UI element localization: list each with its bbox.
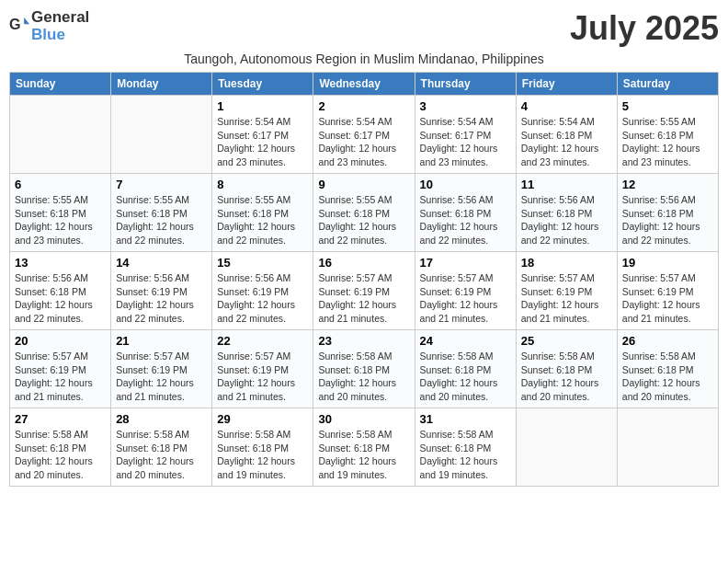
day-number: 17 [420, 256, 511, 270]
day-info: Sunrise: 5:55 AM Sunset: 6:18 PM Dayligh… [622, 115, 713, 169]
day-info: Sunrise: 5:57 AM Sunset: 6:19 PM Dayligh… [318, 271, 409, 326]
calendar-cell: 14Sunrise: 5:56 AM Sunset: 6:19 PM Dayli… [111, 252, 212, 330]
column-header-monday: Monday [111, 73, 212, 96]
day-number: 23 [318, 334, 409, 348]
calendar-cell: 31Sunrise: 5:58 AM Sunset: 6:18 PM Dayli… [415, 408, 516, 487]
calendar-cell: 25Sunrise: 5:58 AM Sunset: 6:18 PM Dayli… [516, 330, 617, 408]
day-info: Sunrise: 5:54 AM Sunset: 6:17 PM Dayligh… [217, 115, 308, 169]
calendar-cell: 7Sunrise: 5:55 AM Sunset: 6:18 PM Daylig… [111, 174, 212, 252]
day-number: 6 [15, 178, 106, 191]
calendar-cell: 4Sunrise: 5:54 AM Sunset: 6:18 PM Daylig… [516, 96, 617, 174]
day-number: 14 [116, 256, 207, 270]
calendar-cell: 6Sunrise: 5:55 AM Sunset: 6:18 PM Daylig… [10, 174, 111, 252]
calendar-cell: 1Sunrise: 5:54 AM Sunset: 6:17 PM Daylig… [212, 96, 313, 174]
day-info: Sunrise: 5:56 AM Sunset: 6:18 PM Dayligh… [15, 271, 106, 326]
day-info: Sunrise: 5:55 AM Sunset: 6:18 PM Dayligh… [217, 193, 308, 247]
week-row-5: 27Sunrise: 5:58 AM Sunset: 6:18 PM Dayli… [10, 408, 719, 487]
calendar-cell: 5Sunrise: 5:55 AM Sunset: 6:18 PM Daylig… [617, 96, 718, 174]
calendar-subtitle: Taungoh, Autonomous Region in Muslim Min… [9, 52, 719, 66]
month-title: July 2025 [570, 9, 719, 48]
days-header-row: SundayMondayTuesdayWednesdayThursdayFrid… [10, 73, 719, 96]
day-info: Sunrise: 5:58 AM Sunset: 6:18 PM Dayligh… [318, 428, 409, 482]
column-header-thursday: Thursday [415, 73, 516, 96]
logo: G General Blue [9, 9, 89, 43]
day-info: Sunrise: 5:58 AM Sunset: 6:18 PM Dayligh… [116, 428, 207, 482]
day-number: 9 [318, 178, 409, 191]
day-info: Sunrise: 5:54 AM Sunset: 6:17 PM Dayligh… [420, 115, 511, 169]
calendar-cell: 3Sunrise: 5:54 AM Sunset: 6:17 PM Daylig… [415, 96, 516, 174]
day-number: 31 [420, 412, 511, 426]
week-row-2: 6Sunrise: 5:55 AM Sunset: 6:18 PM Daylig… [10, 174, 719, 252]
day-info: Sunrise: 5:58 AM Sunset: 6:18 PM Dayligh… [420, 350, 511, 404]
day-number: 24 [420, 334, 511, 348]
day-info: Sunrise: 5:58 AM Sunset: 6:18 PM Dayligh… [217, 428, 308, 482]
day-number: 5 [622, 99, 713, 113]
day-number: 8 [217, 178, 308, 191]
day-info: Sunrise: 5:56 AM Sunset: 6:18 PM Dayligh… [420, 193, 511, 247]
day-number: 7 [116, 178, 207, 191]
logo-general: General [31, 9, 89, 27]
page-header: G General Blue July 2025 [9, 9, 719, 48]
column-header-sunday: Sunday [10, 73, 111, 96]
column-header-tuesday: Tuesday [212, 73, 313, 96]
day-info: Sunrise: 5:58 AM Sunset: 6:18 PM Dayligh… [521, 350, 612, 404]
calendar-cell: 24Sunrise: 5:58 AM Sunset: 6:18 PM Dayli… [415, 330, 516, 408]
day-info: Sunrise: 5:58 AM Sunset: 6:18 PM Dayligh… [622, 350, 713, 404]
day-info: Sunrise: 5:56 AM Sunset: 6:19 PM Dayligh… [217, 271, 308, 326]
week-row-4: 20Sunrise: 5:57 AM Sunset: 6:19 PM Dayli… [10, 330, 719, 408]
calendar-cell [10, 96, 111, 174]
calendar-table: SundayMondayTuesdayWednesdayThursdayFrid… [9, 72, 719, 487]
svg-marker-1 [24, 17, 29, 24]
day-info: Sunrise: 5:57 AM Sunset: 6:19 PM Dayligh… [420, 271, 511, 326]
calendar-cell [617, 408, 718, 487]
day-number: 15 [217, 256, 308, 270]
calendar-cell: 13Sunrise: 5:56 AM Sunset: 6:18 PM Dayli… [10, 252, 111, 330]
day-info: Sunrise: 5:55 AM Sunset: 6:18 PM Dayligh… [116, 193, 207, 247]
day-number: 4 [521, 99, 612, 113]
day-info: Sunrise: 5:54 AM Sunset: 6:17 PM Dayligh… [318, 115, 409, 169]
calendar-cell: 30Sunrise: 5:58 AM Sunset: 6:18 PM Dayli… [313, 408, 415, 487]
calendar-cell: 23Sunrise: 5:58 AM Sunset: 6:18 PM Dayli… [313, 330, 415, 408]
calendar-cell: 20Sunrise: 5:57 AM Sunset: 6:19 PM Dayli… [10, 330, 111, 408]
day-number: 18 [521, 256, 612, 270]
calendar-cell: 27Sunrise: 5:58 AM Sunset: 6:18 PM Dayli… [10, 408, 111, 487]
logo-icon: G [9, 15, 29, 35]
day-number: 26 [622, 334, 713, 348]
week-row-3: 13Sunrise: 5:56 AM Sunset: 6:18 PM Dayli… [10, 252, 719, 330]
calendar-cell: 9Sunrise: 5:55 AM Sunset: 6:18 PM Daylig… [313, 174, 415, 252]
day-number: 29 [217, 412, 308, 426]
calendar-cell: 28Sunrise: 5:58 AM Sunset: 6:18 PM Dayli… [111, 408, 212, 487]
column-header-saturday: Saturday [617, 73, 718, 96]
day-number: 11 [521, 178, 612, 191]
calendar-cell: 21Sunrise: 5:57 AM Sunset: 6:19 PM Dayli… [111, 330, 212, 408]
day-number: 19 [622, 256, 713, 270]
day-info: Sunrise: 5:56 AM Sunset: 6:18 PM Dayligh… [521, 193, 612, 247]
day-number: 22 [217, 334, 308, 348]
day-info: Sunrise: 5:58 AM Sunset: 6:18 PM Dayligh… [318, 350, 409, 404]
day-number: 25 [521, 334, 612, 348]
calendar-cell: 12Sunrise: 5:56 AM Sunset: 6:18 PM Dayli… [617, 174, 718, 252]
column-header-wednesday: Wednesday [313, 73, 415, 96]
calendar-cell: 26Sunrise: 5:58 AM Sunset: 6:18 PM Dayli… [617, 330, 718, 408]
column-header-friday: Friday [516, 73, 617, 96]
day-info: Sunrise: 5:55 AM Sunset: 6:18 PM Dayligh… [318, 193, 409, 247]
day-number: 28 [116, 412, 207, 426]
logo-blue: Blue [31, 27, 89, 44]
day-info: Sunrise: 5:57 AM Sunset: 6:19 PM Dayligh… [217, 350, 308, 404]
calendar-cell [111, 96, 212, 174]
day-info: Sunrise: 5:56 AM Sunset: 6:19 PM Dayligh… [116, 271, 207, 326]
day-number: 1 [217, 99, 308, 113]
day-info: Sunrise: 5:55 AM Sunset: 6:18 PM Dayligh… [15, 193, 106, 247]
calendar-cell: 17Sunrise: 5:57 AM Sunset: 6:19 PM Dayli… [415, 252, 516, 330]
day-info: Sunrise: 5:57 AM Sunset: 6:19 PM Dayligh… [622, 271, 713, 326]
calendar-cell: 15Sunrise: 5:56 AM Sunset: 6:19 PM Dayli… [212, 252, 313, 330]
day-info: Sunrise: 5:57 AM Sunset: 6:19 PM Dayligh… [116, 350, 207, 404]
day-info: Sunrise: 5:56 AM Sunset: 6:18 PM Dayligh… [622, 193, 713, 247]
calendar-cell: 11Sunrise: 5:56 AM Sunset: 6:18 PM Dayli… [516, 174, 617, 252]
day-number: 10 [420, 178, 511, 191]
day-number: 3 [420, 99, 511, 113]
day-info: Sunrise: 5:54 AM Sunset: 6:18 PM Dayligh… [521, 115, 612, 169]
calendar-cell [516, 408, 617, 487]
calendar-cell: 22Sunrise: 5:57 AM Sunset: 6:19 PM Dayli… [212, 330, 313, 408]
day-number: 2 [318, 99, 409, 113]
